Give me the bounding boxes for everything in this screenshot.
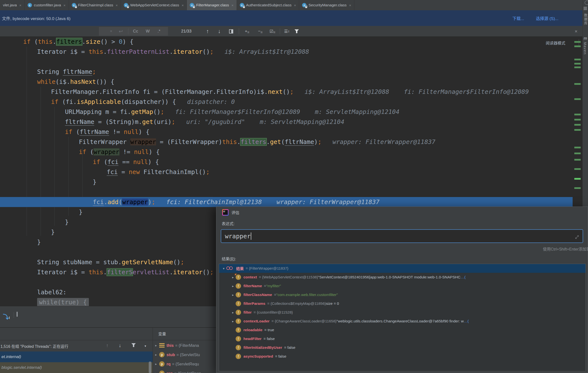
scrollbar-match-mark[interactable] <box>574 178 581 180</box>
scrollbar-match-mark[interactable] <box>574 98 581 100</box>
close-tab-icon[interactable]: × <box>63 3 66 7</box>
expand-arrow-icon[interactable]: ▸ <box>153 343 159 347</box>
code-line[interactable]: if (fi.isApplicable(dispatcher)) { dispa… <box>0 97 573 107</box>
expand-arrow-icon[interactable]: ▸ <box>230 293 236 297</box>
search-history-icon[interactable]: ↩ <box>117 26 125 37</box>
result-tree-row-contextLoader[interactable]: ▸fcontextLoader= {ChangeAwareClassLoader… <box>219 317 586 326</box>
scrollbar-match-mark[interactable] <box>574 83 581 85</box>
close-search-icon[interactable]: × <box>572 26 580 37</box>
result-tree-row-结果[interactable]: ▾结果= {FilterWrapper@11837} <box>219 264 586 273</box>
result-tree-row-filterClassName[interactable]: ▸ffilterClassName= "com.example.web.filt… <box>219 290 586 299</box>
variable-row-rsp[interactable]: ▸prsp= {ServletResp <box>153 369 216 373</box>
evaluate-expression-icon[interactable] <box>17 312 18 317</box>
scrollbar-match-mark[interactable] <box>574 124 581 126</box>
tab-FilterManager.class[interactable]: cFilterManager.class× <box>187 0 237 10</box>
code-line[interactable]: if (fci == null) { <box>0 157 573 167</box>
expand-arrow-icon[interactable]: ▸ <box>230 275 236 279</box>
result-tree-row-headFilter[interactable]: fheadFilter= false <box>219 334 586 343</box>
tab-SecurityManager.class[interactable]: cSecurityManager.class× <box>299 0 354 10</box>
scrollbar-match-mark[interactable] <box>574 159 581 161</box>
scrollbar-match-mark[interactable] <box>574 114 581 115</box>
expand-arrow-icon[interactable]: ▸ <box>230 319 236 323</box>
code-line[interactable]: URLMapping m = fi.getMap(); fi: FilterMa… <box>0 107 573 117</box>
close-tab-icon[interactable]: × <box>182 3 184 7</box>
expand-arrow-icon[interactable]: ▸ <box>153 353 159 357</box>
variable-row-rq[interactable]: ▸prq= {ServletRequ <box>153 359 216 369</box>
expand-arrow-icon[interactable]: ▸ <box>230 311 236 314</box>
result-tree-row-reloadable[interactable]: freloadable= true <box>219 326 586 334</box>
scrollbar-match-mark[interactable] <box>574 41 581 43</box>
code-line[interactable]: fci = new FilterChainImpl(); <box>0 167 573 177</box>
scrollbar-match-mark[interactable] <box>574 63 581 65</box>
scrollbar-match-mark[interactable] <box>574 168 581 170</box>
tab-customfilter.java[interactable]: ccustomfilter.java× <box>25 0 69 10</box>
run-to-cursor-icon[interactable]: ⤵I <box>3 312 10 321</box>
code-line[interactable]: } <box>0 177 573 187</box>
close-tab-icon[interactable]: × <box>231 3 234 7</box>
tab-AuthenticatedSubject.class[interactable]: cAuthenticatedSubject.class× <box>237 0 299 10</box>
close-tab-icon[interactable]: × <box>19 3 21 7</box>
remove-selection-icon[interactable]: −II <box>255 26 265 37</box>
expand-arrow-icon[interactable]: ▸ <box>230 284 236 288</box>
code-line[interactable]: if (wrapper != null) { <box>0 147 573 157</box>
code-line[interactable]: while(i$.hasNext()) { <box>0 77 573 87</box>
result-tree-row-filterInitializedByUser[interactable]: ffilterInitializedByUser= false <box>219 343 586 352</box>
result-tree-row-filterParams[interactable]: ffilterParams= {Collections$EmptyMap@118… <box>219 299 586 308</box>
prev-match-icon[interactable]: ↑ <box>204 26 211 37</box>
stack-frame-row[interactable]: blogic.servlet.internal) <box>0 362 153 373</box>
tab-WebAppServletContext.class[interactable]: cWebAppServletContext.class× <box>121 0 187 10</box>
code-line[interactable]: if (this.filters.size() > 0) { <box>0 37 573 47</box>
select-all-occurrences-icon[interactable]: ☑II <box>267 26 278 37</box>
whole-words-icon[interactable]: W <box>144 26 151 37</box>
close-tab-icon[interactable]: × <box>116 3 118 7</box>
expand-arrow-icon[interactable]: ▸ <box>153 371 159 373</box>
thread-selector[interactable]: 1,516 在组 "Pooled Threads": 正在运行 ↑ ↓ ▾ <box>0 340 153 351</box>
menu-bars-icon[interactable] <box>584 7 587 8</box>
next-frame-icon[interactable]: ↓ <box>119 343 121 348</box>
code-line[interactable]: FilterWrapper wrapper = (FilterWrapper)t… <box>0 137 573 147</box>
match-case-icon[interactable]: Cc <box>131 26 140 37</box>
scrollbar-match-mark[interactable] <box>574 187 581 189</box>
result-tree-row-filterName[interactable]: ▸ffilterName= "myfilter" <box>219 282 586 290</box>
status-circle-icon[interactable] <box>585 0 588 5</box>
close-tab-icon[interactable]: × <box>294 3 296 7</box>
code-line[interactable] <box>0 187 573 197</box>
scrollbar-match-mark[interactable] <box>574 59 581 60</box>
database-tool-tab[interactable]: 数据库 <box>583 13 588 25</box>
scrollbar-match-mark[interactable] <box>574 119 581 121</box>
filter-frames-icon[interactable] <box>131 343 136 348</box>
scrollbar-match-mark[interactable] <box>574 129 581 131</box>
scrollbar-match-mark[interactable] <box>574 153 581 154</box>
result-tree-row-filter[interactable]: ▸ffilter= {customfilter@11528} <box>219 308 586 317</box>
expand-arrow-icon[interactable]: ▾ <box>221 267 226 270</box>
filter-search-icon[interactable] <box>293 26 300 37</box>
scrollbar-match-mark[interactable] <box>574 66 581 68</box>
variable-row-this[interactable]: ▸this= {FilterMana <box>153 341 216 350</box>
clear-search-icon[interactable]: × <box>107 26 115 37</box>
search-options-icon[interactable]: ☰I <box>282 26 291 37</box>
regex-icon[interactable]: .* <box>155 26 163 37</box>
next-match-icon[interactable]: ↓ <box>216 26 223 37</box>
scrollbar-match-mark[interactable] <box>574 147 581 148</box>
result-tree-row-asyncSupported[interactable]: fasyncSupported= false <box>219 352 586 361</box>
choose-sources-link[interactable]: 选择源 (S)... <box>536 15 558 21</box>
variable-row-stub[interactable]: ▸pstub= {ServletStu <box>153 350 216 359</box>
execution-line[interactable]: fci.add(wrapper); fci: FilterChainImpl@1… <box>0 197 573 207</box>
code-line[interactable]: Iterator i$ = this.filterPatternList.ite… <box>0 47 573 57</box>
code-line[interactable] <box>0 57 573 67</box>
code-line[interactable]: if (fltrName != null) { <box>0 127 573 137</box>
tab-FilterChainImpl.class[interactable]: cFilterChainImpl.class× <box>69 0 121 10</box>
add-selection-icon[interactable]: +II <box>242 26 252 37</box>
code-line[interactable]: fltrName = (String)m.get(uri); uri: "/gu… <box>0 117 573 127</box>
expand-arrow-icon[interactable]: ▸ <box>153 362 159 366</box>
thread-dropdown-icon[interactable]: ▾ <box>145 344 146 348</box>
tab-vlet.java[interactable]: vlet.java× <box>0 0 25 10</box>
frames-scrollbar[interactable] <box>149 362 151 373</box>
code-line[interactable]: FilterManager.FilterInfo fi = (FilterMan… <box>0 87 573 97</box>
scrollbar-match-mark[interactable] <box>574 45 581 47</box>
prev-frame-icon[interactable]: ↑ <box>106 343 108 348</box>
expression-input[interactable]: wrapper <box>221 229 583 243</box>
close-tab-icon[interactable]: × <box>349 3 351 7</box>
expand-editor-icon[interactable] <box>575 234 579 241</box>
maven-tool-tab[interactable]: Maven <box>583 42 587 55</box>
